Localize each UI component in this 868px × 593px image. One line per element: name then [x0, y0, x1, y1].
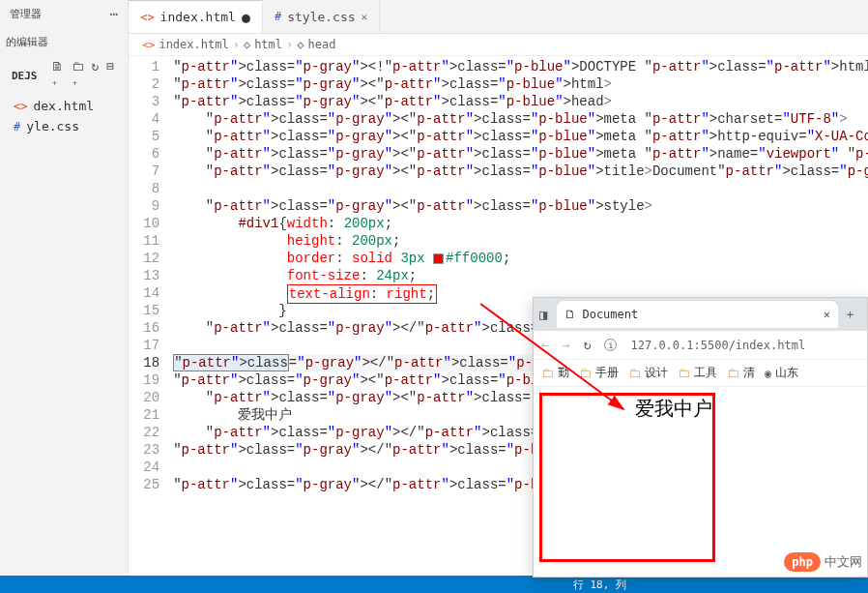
new-file-icon[interactable]: 🗎₊ [51, 59, 64, 88]
bookmark-item[interactable]: 🗀手册 [579, 365, 619, 381]
tabset-icon[interactable]: ◨ [539, 307, 547, 322]
browser-preview-window[interactable]: ◨ 🗋 Document ✕ ＋ ← → ↻ i 127.0.0.1:5500/… [533, 297, 868, 578]
address-bar[interactable]: 127.0.0.1:5500/index.html [630, 339, 805, 352]
close-icon[interactable]: ✕ [362, 11, 368, 23]
folder-icon: 🗀 [727, 366, 739, 380]
element-icon: ◇ [297, 38, 304, 51]
reload-button[interactable]: ↻ [584, 338, 592, 352]
chevron-right-icon: › [286, 38, 293, 51]
modified-dot-icon: ● [242, 9, 250, 26]
folder-icon: 🗀 [628, 366, 641, 380]
php-logo: php [784, 552, 821, 572]
bookmark-item[interactable]: 🗀工具 [678, 365, 717, 381]
element-icon: ◇ [244, 38, 250, 51]
folder-icon: 🗀 [678, 366, 690, 380]
bookmark-item[interactable]: 🗀设计 [628, 365, 668, 381]
page-icon: 🗋 [564, 308, 576, 321]
chevron-right-icon: › [233, 38, 240, 51]
tab-index-html[interactable]: <> index.html ● [129, 0, 263, 33]
sidebar-folder-name[interactable]: DEJS [6, 66, 43, 86]
forward-button[interactable]: → [563, 338, 570, 352]
tab-label: index.html [160, 10, 236, 24]
info-icon[interactable]: i [604, 339, 617, 351]
watermark-text: 中文网 [825, 553, 862, 571]
breadcrumb-item[interactable]: html [254, 38, 282, 51]
sidebar-section-editors: 的编辑器 [0, 27, 128, 57]
css-file-icon: # [14, 120, 20, 133]
file-item-css[interactable]: # yle.css [0, 116, 128, 136]
new-tab-button[interactable]: ＋ [838, 306, 861, 323]
globe-icon: ◉ [765, 367, 771, 380]
file-label: yle.css [26, 119, 79, 133]
bookmark-item[interactable]: 🗀勤 [541, 365, 569, 381]
breadcrumb[interactable]: <> index.html › ◇ html › ◇ head [129, 34, 868, 56]
collapse-icon[interactable]: ⊟ [106, 59, 114, 88]
watermark: php 中文网 [784, 552, 862, 572]
preview-div1: 爱我中户 [539, 393, 715, 562]
line-gutter: 1234567891011121314151617181920212223242… [129, 56, 173, 593]
css-file-icon: # [275, 10, 281, 23]
bookmark-item[interactable]: 🗀清 [727, 365, 755, 381]
tab-style-css[interactable]: # style.css ✕ [263, 0, 380, 33]
browser-tab[interactable]: 🗋 Document ✕ [557, 301, 838, 328]
back-button[interactable]: ← [541, 338, 549, 352]
html-file-icon: <> [142, 39, 155, 51]
folder-icon: 🗀 [579, 366, 592, 380]
status-bar: 行 18, 列 [0, 576, 868, 593]
breadcrumb-item[interactable]: head [308, 38, 336, 51]
html-file-icon: <> [140, 11, 154, 24]
close-icon[interactable]: ✕ [824, 308, 830, 321]
editor-tabs: <> index.html ● # style.css ✕ ◫ ⋯ [129, 0, 868, 34]
html-file-icon: <> [14, 100, 27, 113]
browser-tab-title: Document [582, 308, 638, 321]
bookmarks-bar: 🗀勤 🗀手册 🗀设计 🗀工具 🗀清 ◉山东 [534, 360, 867, 387]
new-folder-icon[interactable]: 🗀₊ [72, 59, 84, 88]
bookmark-item[interactable]: ◉山东 [765, 365, 798, 381]
folder-icon: 🗀 [541, 366, 554, 380]
sidebar-more-icon[interactable]: ⋯ [110, 6, 118, 21]
cursor-position[interactable]: 行 18, 列 [573, 578, 626, 592]
file-label: dex.html [33, 99, 94, 113]
browser-toolbar: ← → ↻ i 127.0.0.1:5500/index.html [534, 331, 867, 360]
explorer-sidebar: 管理器 ⋯ 的编辑器 DEJS 🗎₊ 🗀₊ ↻ ⊟ <> dex.html # … [0, 0, 129, 593]
file-item-html[interactable]: <> dex.html [0, 96, 128, 116]
breadcrumb-item[interactable]: index.html [159, 38, 228, 51]
browser-tabstrip: ◨ 🗋 Document ✕ ＋ [534, 298, 867, 331]
refresh-icon[interactable]: ↻ [92, 59, 100, 88]
sidebar-title: 管理器 [10, 7, 42, 21]
browser-viewport[interactable]: 爱我中户 [534, 387, 867, 577]
tab-label: style.css [287, 10, 355, 24]
